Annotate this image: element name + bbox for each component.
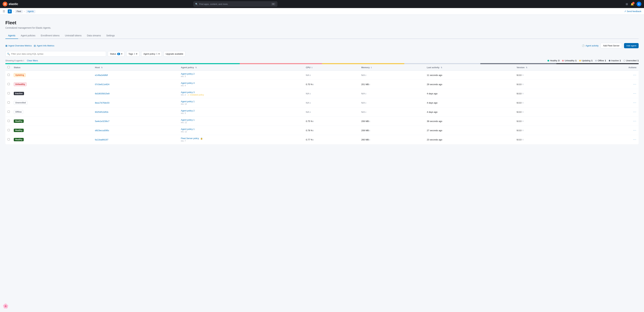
host-sort-icon[interactable]: ⇅ — [101, 67, 102, 69]
row-actions-button[interactable]: ··· — [633, 129, 636, 132]
row-actions-button[interactable]: ··· — [633, 83, 636, 86]
tags-filter-button[interactable]: Tags 0 ▾ — [126, 51, 140, 57]
policy-sort-icon[interactable]: ⇅ — [195, 67, 197, 69]
host-link[interactable]: fa11badfd197 — [95, 139, 108, 141]
policy-link[interactable]: Agent policy 2 — [181, 73, 194, 75]
row-checkbox-2[interactable] — [8, 92, 10, 94]
memory-row-info-icon[interactable]: ℹ — [369, 83, 370, 85]
app-logo[interactable]: elastic — [3, 2, 18, 6]
policy-link[interactable]: Agent policy 3 — [181, 91, 194, 94]
th-version: Version ⇅ — [514, 64, 582, 71]
row-checkbox-7[interactable] — [8, 138, 10, 141]
policy-link[interactable]: Agent policy 1 — [181, 128, 194, 130]
unenrolled-pill: Unenrolled 1 — [624, 59, 639, 62]
svg-point-2 — [4, 4, 6, 5]
row-host-cell: e149a2efdfdf — [93, 71, 179, 80]
policy-link[interactable]: Agent policy 2 — [181, 109, 194, 112]
activity-sort-icon[interactable]: ⇅ — [441, 67, 442, 69]
memory-row-info-icon[interactable]: ℹ — [366, 74, 366, 76]
showing-count: Showing 8 agents — [5, 59, 23, 62]
memory-row-info-icon[interactable]: ℹ — [369, 130, 370, 132]
version-info-icon[interactable]: ℹ — [522, 102, 523, 104]
policy-link[interactable]: Agent policy 1 — [181, 119, 194, 121]
row-actions-button[interactable]: ··· — [633, 101, 636, 104]
ingest-overview-metrics-button[interactable]: ▦ Ingest Overview Metrics — [5, 44, 32, 48]
row-actions-button[interactable]: ··· — [633, 138, 636, 141]
page-title: Fleet — [5, 20, 639, 25]
host-link[interactable]: d923ecca595c — [95, 129, 109, 132]
clear-filters-button[interactable]: Clear filters — [27, 59, 38, 62]
row-checkbox-6[interactable] — [8, 129, 10, 131]
host-link[interactable]: 8ea17b76dc03 — [95, 102, 110, 104]
row-checkbox-0[interactable] — [8, 74, 10, 76]
tab-data-streams[interactable]: Data streams — [84, 32, 104, 39]
tab-settings[interactable]: Settings — [104, 32, 118, 39]
version-info-icon[interactable]: ℹ — [522, 129, 523, 132]
breadcrumb-agents[interactable]: Agents — [26, 10, 35, 13]
select-all-checkbox[interactable] — [8, 66, 10, 68]
version-info-icon[interactable]: ℹ — [522, 139, 523, 141]
version-info-icon[interactable]: ℹ — [522, 120, 523, 122]
cpu-info-icon[interactable]: ℹ — [312, 67, 312, 69]
row-checkbox-4[interactable] — [8, 111, 10, 113]
memory-row-info-icon[interactable]: ℹ — [366, 111, 366, 113]
memory-row-info-icon[interactable]: ℹ — [369, 120, 370, 122]
policy-link[interactable]: Agent policy 4 — [181, 82, 194, 84]
cpu-row-info-icon[interactable]: ℹ — [313, 139, 314, 141]
cpu-row-info-icon[interactable]: ℹ — [313, 120, 314, 122]
tab-uninstall-tokens[interactable]: Uninstall tokens — [62, 32, 84, 39]
row-checkbox-5[interactable] — [8, 120, 10, 122]
agent-policy-filter-button[interactable]: Agent policy 5 ▾ — [141, 51, 162, 57]
row-actions-button[interactable]: ··· — [633, 74, 636, 76]
host-link[interactable]: 07c5e611e924 — [95, 83, 110, 86]
agent-info-metrics-button[interactable]: ▤ Agent Info Metrics — [34, 44, 54, 48]
notifications-icon[interactable]: 🔔 1 — [630, 2, 634, 6]
cpu-row-info-icon[interactable]: ℹ — [313, 130, 314, 132]
tab-agent-policies[interactable]: Agent policies — [18, 32, 38, 39]
policy-link[interactable]: Agent policy 1 — [181, 100, 194, 103]
memory-row-info-icon[interactable]: ℹ — [366, 102, 366, 104]
policy-link[interactable]: Fleet Server policy — [181, 137, 199, 140]
row-checkbox-3[interactable] — [8, 101, 10, 104]
row-checkbox-1[interactable] — [8, 83, 10, 85]
version-value: 9.0.0 — [516, 120, 522, 123]
host-link[interactable]: 6d18035815e9 — [95, 92, 110, 95]
search-input[interactable] — [5, 51, 106, 57]
memory-row-info-icon[interactable]: ℹ — [366, 93, 366, 95]
agent-activity-button[interactable]: 🕐 Agent activity — [582, 44, 598, 47]
upgrade-available-button[interactable]: Upgrade available — [164, 51, 186, 57]
version-sort-icon[interactable]: ⇅ — [526, 67, 527, 69]
user-avatar[interactable]: E — [636, 2, 641, 6]
host-link[interactable]: 60254f12df1b — [95, 111, 108, 113]
row-actions-button[interactable]: ··· — [633, 110, 636, 113]
version-info-icon[interactable]: ℹ — [522, 111, 523, 113]
grid-icon[interactable]: ⊞ — [626, 2, 628, 6]
breadcrumb-fleet[interactable]: Fleet — [15, 10, 23, 13]
cpu-row-info-icon[interactable]: ℹ — [310, 102, 311, 104]
memory-row-info-icon[interactable]: ℹ — [369, 139, 370, 141]
status-filter-button[interactable]: Status 6 ▾ — [108, 51, 124, 57]
unhealthy-count: 1 — [575, 59, 576, 62]
last-activity-value: 23 seconds ago — [427, 139, 442, 141]
tags-filter-label: Tags — [128, 53, 133, 55]
send-feedback-link[interactable]: ↗ Send feedback — [624, 10, 641, 12]
global-search[interactable]: 🔍 Find apps, content, and more. ⌘/ — [194, 1, 277, 7]
add-fleet-server-button[interactable]: Add Fleet Server — [600, 43, 622, 48]
row-actions-button[interactable]: ··· — [633, 120, 636, 123]
hamburger-menu-icon[interactable]: ☰ — [3, 10, 5, 13]
cpu-row-info-icon[interactable]: ℹ — [313, 83, 314, 85]
host-link[interactable]: e149a2efdfdf — [95, 74, 108, 76]
version-info-icon[interactable]: ℹ — [522, 93, 523, 95]
memory-info-icon[interactable]: ℹ — [371, 67, 372, 69]
row-actions-button[interactable]: ··· — [633, 92, 636, 95]
version-info-icon[interactable]: ℹ — [522, 74, 523, 76]
cpu-row-info-icon[interactable]: ℹ — [310, 93, 311, 95]
cpu-row-info-icon[interactable]: ℹ — [310, 74, 311, 76]
version-info-icon[interactable]: ℹ — [522, 83, 523, 85]
tab-enrollment-tokens[interactable]: Enrollment tokens — [38, 32, 62, 39]
host-link[interactable]: 5a4e1e3236c7 — [95, 120, 110, 123]
add-agent-button[interactable]: Add agent — [624, 43, 639, 48]
version-value: 9.0.0 — [516, 74, 522, 76]
tab-agents[interactable]: Agents — [5, 32, 18, 39]
cpu-row-info-icon[interactable]: ℹ — [310, 111, 311, 113]
